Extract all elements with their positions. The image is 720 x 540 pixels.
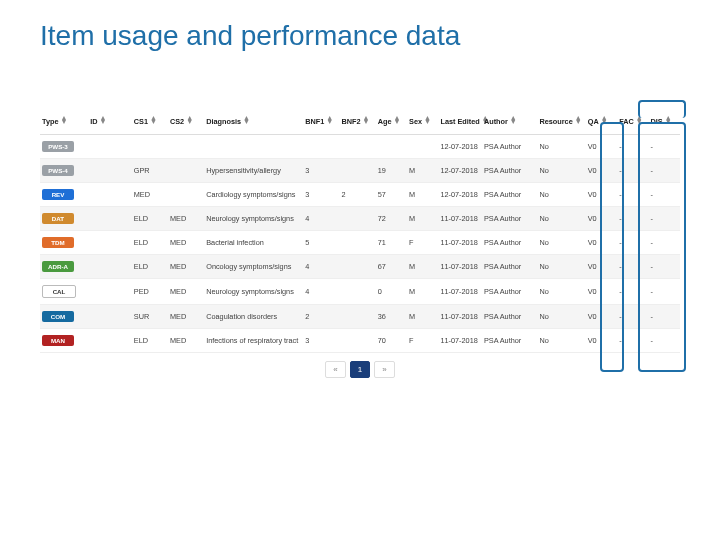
page-title: Item usage and performance data — [40, 20, 680, 52]
table-row[interactable]: CALPEDMEDNeurology symptoms/signs40M11-0… — [40, 278, 680, 304]
table-row[interactable]: REVMEDCardiology symptoms/signs3257M12-0… — [40, 182, 680, 206]
col-diagnosis[interactable]: Diagnosis — [204, 112, 303, 134]
cell-bnf1: 4 — [303, 278, 339, 304]
cell-cs1: PED — [132, 278, 168, 304]
pager-next[interactable]: » — [374, 361, 394, 378]
cell-fac: - — [617, 278, 648, 304]
cell-id — [88, 134, 131, 158]
cell-last-edited: 11-07-2018 — [438, 206, 481, 230]
cell-qa: V0 — [586, 254, 617, 278]
cell-resource: No — [537, 230, 585, 254]
cell-author: PSA Author — [482, 304, 538, 328]
cell-fac: - — [617, 182, 648, 206]
sort-icon — [636, 116, 643, 123]
cell-dis: - — [649, 328, 680, 352]
col-fac[interactable]: FAC — [617, 112, 648, 134]
cell-cs2 — [168, 182, 204, 206]
table-row[interactable]: ADR-AELDMEDOncology symptoms/signs467M11… — [40, 254, 680, 278]
cell-age: 19 — [376, 158, 407, 182]
table-header-row: Type ID CS1 CS2 Diagnosis BNF1 BNF2 Age … — [40, 112, 680, 134]
table-row[interactable]: PWS-4GPRHypersensitivity/allergy319M12-0… — [40, 158, 680, 182]
pager-current[interactable]: 1 — [350, 361, 370, 378]
cell-id — [88, 206, 131, 230]
cell-cs2: MED — [168, 230, 204, 254]
table-row[interactable]: COMSURMEDCoagulation disorders236M11-07-… — [40, 304, 680, 328]
cell-bnf2 — [339, 254, 375, 278]
table-row[interactable]: DATELDMEDNeurology symptoms/signs472M11-… — [40, 206, 680, 230]
cell-cs2: MED — [168, 254, 204, 278]
col-type[interactable]: Type — [40, 112, 88, 134]
cell-age: 36 — [376, 304, 407, 328]
cell-id — [88, 230, 131, 254]
type-badge: TDM — [42, 237, 74, 248]
cell-sex: F — [407, 230, 438, 254]
table-row[interactable]: TDMELDMEDBacterial infection571F11-07-20… — [40, 230, 680, 254]
sort-icon — [100, 116, 107, 123]
col-last-edited[interactable]: Last Edited — [438, 112, 481, 134]
cell-cs2: MED — [168, 304, 204, 328]
cell-bnf2 — [339, 278, 375, 304]
cell-diagnosis: Bacterial infection — [204, 230, 303, 254]
cell-diagnosis: Cardiology symptoms/signs — [204, 182, 303, 206]
cell-qa: V0 — [586, 134, 617, 158]
cell-bnf2: 2 — [339, 182, 375, 206]
data-table-wrap: Type ID CS1 CS2 Diagnosis BNF1 BNF2 Age … — [40, 112, 680, 378]
cell-sex: M — [407, 254, 438, 278]
sort-icon — [326, 116, 333, 123]
cell-sex: M — [407, 206, 438, 230]
col-sex[interactable]: Sex — [407, 112, 438, 134]
sort-icon — [424, 116, 431, 123]
col-author[interactable]: Author — [482, 112, 538, 134]
cell-bnf2 — [339, 206, 375, 230]
cell-qa: V0 — [586, 278, 617, 304]
cell-age: 72 — [376, 206, 407, 230]
col-age[interactable]: Age — [376, 112, 407, 134]
cell-id — [88, 278, 131, 304]
col-dis[interactable]: DIS — [649, 112, 680, 134]
type-badge: CAL — [42, 285, 76, 298]
cell-resource: No — [537, 158, 585, 182]
cell-diagnosis: Oncology symptoms/signs — [204, 254, 303, 278]
cell-age: 67 — [376, 254, 407, 278]
cell-cs1: GPR — [132, 158, 168, 182]
cell-diagnosis: Neurology symptoms/signs — [204, 206, 303, 230]
table-row[interactable]: MANELDMEDInfections of respiratory tract… — [40, 328, 680, 352]
cell-bnf1: 3 — [303, 182, 339, 206]
sort-icon — [510, 116, 517, 123]
col-cs1[interactable]: CS1 — [132, 112, 168, 134]
cell-author: PSA Author — [482, 182, 538, 206]
cell-fac: - — [617, 158, 648, 182]
cell-diagnosis: Coagulation disorders — [204, 304, 303, 328]
cell-cs2: MED — [168, 278, 204, 304]
table-row[interactable]: PWS-312-07-2018PSA AuthorNoV0-- — [40, 134, 680, 158]
cell-cs2: MED — [168, 328, 204, 352]
cell-age: 57 — [376, 182, 407, 206]
cell-sex: F — [407, 328, 438, 352]
pager: « 1 » — [40, 361, 680, 378]
cell-id — [88, 158, 131, 182]
pager-prev[interactable]: « — [325, 361, 345, 378]
cell-author: PSA Author — [482, 328, 538, 352]
sort-icon — [243, 116, 250, 123]
col-resource[interactable]: Resource — [537, 112, 585, 134]
cell-bnf2 — [339, 134, 375, 158]
col-bnf2[interactable]: BNF2 — [339, 112, 375, 134]
type-badge: MAN — [42, 335, 74, 346]
cell-author: PSA Author — [482, 254, 538, 278]
cell-qa: V0 — [586, 328, 617, 352]
cell-dis: - — [649, 230, 680, 254]
cell-fac: - — [617, 206, 648, 230]
type-badge: COM — [42, 311, 74, 322]
cell-age: 0 — [376, 278, 407, 304]
col-id[interactable]: ID — [88, 112, 131, 134]
cell-author: PSA Author — [482, 230, 538, 254]
cell-last-edited: 11-07-2018 — [438, 230, 481, 254]
cell-cs1: ELD — [132, 206, 168, 230]
col-bnf1[interactable]: BNF1 — [303, 112, 339, 134]
col-qa[interactable]: QA — [586, 112, 617, 134]
cell-dis: - — [649, 158, 680, 182]
col-cs2[interactable]: CS2 — [168, 112, 204, 134]
cell-last-edited: 12-07-2018 — [438, 158, 481, 182]
sort-icon — [186, 116, 193, 123]
cell-resource: No — [537, 182, 585, 206]
